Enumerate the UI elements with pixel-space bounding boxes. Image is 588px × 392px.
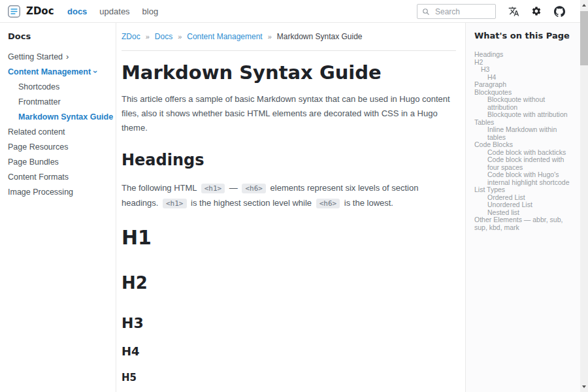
- demo-heading: H3: [122, 315, 456, 331]
- nav-link[interactable]: docs: [67, 7, 87, 16]
- inline-code: <h6>: [316, 199, 340, 208]
- breadcrumb-divider: [122, 50, 456, 51]
- zdoc-logo-icon: [7, 5, 21, 18]
- toc-item[interactable]: Headings: [474, 51, 574, 59]
- inline-code: <h6>: [242, 184, 266, 193]
- main-nav: docs updates blog: [67, 0, 158, 22]
- breadcrumb: ZDoc » Docs » Content Management » Markd…: [122, 32, 456, 41]
- toc-item[interactable]: Inline Markdown within tables: [474, 126, 574, 141]
- breadcrumb-item: Markdown Syntax Guide: [277, 32, 363, 41]
- toc-item[interactable]: Code block with Hugo's internal highligh…: [474, 171, 574, 186]
- chevron-icon: ›: [66, 54, 69, 60]
- page-title: Markdown Syntax Guide: [122, 61, 456, 84]
- chevron-icon: ›: [92, 71, 99, 73]
- toc-panel: What's on this Page Headings H2 H3 H4 Pa…: [465, 23, 580, 392]
- search-box: [417, 4, 496, 19]
- demo-heading: H1: [122, 227, 456, 250]
- sidebar-item[interactable]: Image Processing: [8, 188, 109, 197]
- breadcrumb-item: »: [268, 33, 272, 41]
- main-content: ZDoc » Docs » Content Management » Markd…: [117, 23, 465, 392]
- sidebar-item[interactable]: Shortcodes: [8, 83, 109, 91]
- scrollbar-up-arrow[interactable]: [580, 1, 588, 10]
- breadcrumb-item[interactable]: Content Management: [187, 32, 262, 41]
- demo-heading: H5: [122, 372, 456, 384]
- sidebar-item[interactable]: Content Management›: [8, 68, 109, 76]
- scrollbar-down-arrow[interactable]: [580, 382, 588, 391]
- nav-link[interactable]: blog: [142, 7, 159, 16]
- translate-icon[interactable]: [508, 5, 519, 17]
- demo-headings: H1 H2 H3 H4 H5 H6: [122, 227, 456, 392]
- sidebar-item[interactable]: Page Resources: [8, 143, 109, 152]
- sidebar-item[interactable]: Content Formats: [8, 173, 109, 182]
- toc-item[interactable]: Code block indented with four spaces: [474, 156, 574, 171]
- breadcrumb-item: »: [146, 33, 150, 41]
- toc-list: Headings H2 H3 H4 Paragraph Blockquotes …: [474, 51, 574, 231]
- sidebar-item[interactable]: Getting Started›: [8, 53, 109, 61]
- up-triangle-icon: [582, 4, 586, 7]
- top-navbar: ZDoc docs updates blog: [0, 0, 580, 23]
- sidebar-item[interactable]: Frontmatter: [8, 98, 109, 106]
- breadcrumb-item[interactable]: ZDoc: [122, 32, 140, 41]
- search-input[interactable]: [434, 5, 493, 18]
- docs-sidebar: Docs Getting Started› Content Management…: [0, 23, 116, 392]
- intro-paragraph: This article offers a sample of basic Ma…: [122, 92, 456, 135]
- sidebar-title: Docs: [8, 31, 109, 41]
- settings-gear-icon[interactable]: [531, 5, 542, 17]
- brand[interactable]: ZDoc: [7, 0, 54, 22]
- toc-title: What's on this Page: [474, 31, 574, 41]
- nav-link[interactable]: updates: [99, 7, 129, 16]
- demo-heading: H4: [122, 345, 456, 359]
- breadcrumb-item[interactable]: Docs: [155, 32, 172, 41]
- section-heading-headings: Headings: [122, 151, 456, 170]
- sidebar-item[interactable]: Markdown Syntax Guide: [8, 113, 109, 122]
- scrollbar-thumb[interactable]: [580, 11, 588, 65]
- headings-paragraph: The following HTML <h1> — <h6> elements …: [122, 181, 456, 211]
- inline-code: <h1>: [163, 199, 187, 208]
- breadcrumb-item: »: [178, 33, 182, 41]
- brand-name: ZDoc: [26, 5, 54, 17]
- page-scrollbar[interactable]: [580, 0, 588, 392]
- down-triangle-icon: [582, 385, 586, 388]
- toc-item[interactable]: Blockquote without attribution: [474, 96, 574, 111]
- inline-code: <h1>: [201, 184, 225, 193]
- github-icon[interactable]: [553, 5, 565, 17]
- sidebar-item[interactable]: Page Bundles: [8, 158, 109, 167]
- demo-heading: H2: [122, 274, 456, 293]
- sidebar-nav-list: Getting Started› Content Management› Sho…: [8, 53, 109, 197]
- sidebar-item[interactable]: Related content: [8, 128, 109, 137]
- toc-item[interactable]: Other Elements — abbr, sub, sup, kbd, ma…: [474, 216, 574, 231]
